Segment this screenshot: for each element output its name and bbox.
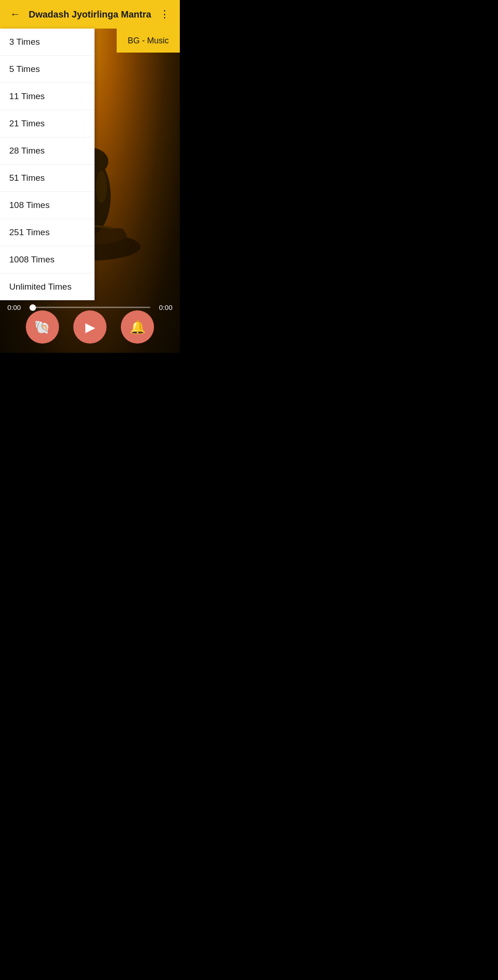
item-label: 251 Times [9, 227, 50, 237]
back-button[interactable]: ← [8, 8, 22, 20]
dropdown-item-28-times[interactable]: 28 Times [0, 137, 95, 165]
bottom-controls: 🐚 ▶ 🔔 [0, 310, 180, 344]
bg-music-button[interactable]: BG - Music [117, 29, 180, 53]
item-label: 28 Times [9, 146, 45, 155]
dropdown-item-251-times[interactable]: 251 Times [0, 219, 95, 246]
bell-icon: 🔔 [130, 320, 146, 335]
item-label: 21 Times [9, 119, 45, 128]
dropdown-item-51-times[interactable]: 51 Times [0, 165, 95, 192]
dropdown-item-1008-times[interactable]: 1008 Times [0, 246, 95, 273]
item-label: 5 Times [9, 64, 40, 74]
repeat-count-dropdown: 3 Times 5 Times 11 Times 21 Times 28 Tim… [0, 29, 95, 300]
item-label: 1008 Times [9, 255, 54, 264]
dropdown-item-21-times[interactable]: 21 Times [0, 110, 95, 137]
conch-button[interactable]: 🐚 [26, 310, 59, 344]
dropdown-item-11-times[interactable]: 11 Times [0, 83, 95, 110]
item-label: 11 Times [9, 91, 45, 101]
top-bar: ← Dwadash Jyotirlinga Mantra ⋮ [0, 0, 180, 29]
conch-icon: 🐚 [34, 320, 50, 335]
svg-point-5 [96, 171, 107, 203]
play-button[interactable]: ▶ [73, 310, 107, 344]
item-label: 108 Times [9, 200, 50, 210]
dropdown-item-108-times[interactable]: 108 Times [0, 192, 95, 219]
dropdown-item-5-times[interactable]: 5 Times [0, 56, 95, 83]
item-label: Unlimited Times [9, 282, 71, 291]
dropdown-item-3-times[interactable]: 3 Times [0, 29, 95, 56]
dropdown-item-unlimited-times[interactable]: Unlimited Times [0, 273, 95, 300]
page-title: Dwadash Jyotirlinga Mantra [22, 9, 158, 20]
item-label: 51 Times [9, 173, 45, 183]
progress-track[interactable] [30, 307, 150, 308]
bg-music-label: BG - Music [128, 36, 169, 46]
progress-thumb[interactable] [30, 304, 36, 311]
more-options-button[interactable]: ⋮ [158, 8, 172, 20]
item-label: 3 Times [9, 37, 40, 47]
play-icon: ▶ [84, 320, 95, 335]
bell-button[interactable]: 🔔 [121, 310, 154, 344]
